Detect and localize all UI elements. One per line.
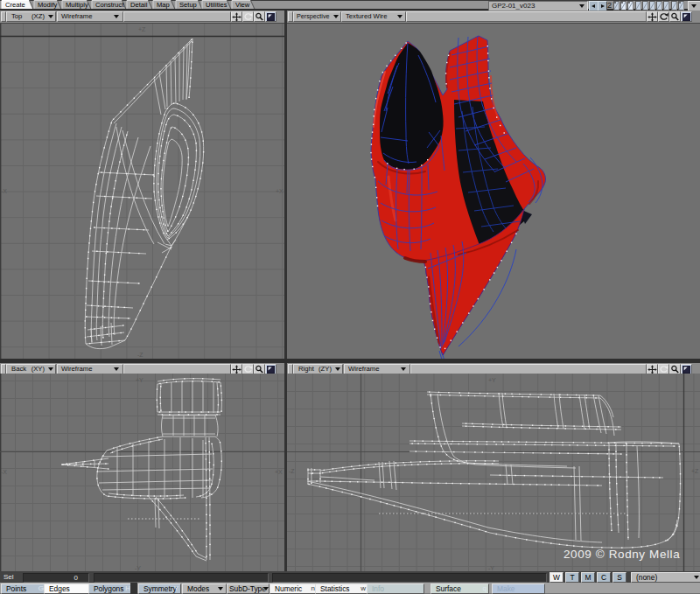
svg-text:Utilities: Utilities [206,1,228,9]
svg-text:Multiply: Multiply [66,1,88,9]
svg-text:+Y: +Y [136,377,144,383]
svg-text:Construct: Construct [95,1,124,9]
svg-text:Modify: Modify [38,1,58,9]
svg-text:+X: +X [275,469,283,475]
svg-text:-Y: -Y [488,565,494,571]
svg-text:-Z: -Z [137,352,144,358]
svg-text:Map: Map [157,1,170,9]
svg-text:-Y: -Y [135,565,141,571]
svg-text:-Z: -Z [289,468,295,474]
svg-text:2009 © Rodny Mella: 2009 © Rodny Mella [564,548,680,561]
svg-text:-X: -X [1,188,7,194]
svg-text:Create: Create [5,1,25,9]
svg-text:+Y: +Y [488,377,496,383]
svg-text:+Z: +Z [691,468,699,474]
svg-text:+X: +X [276,188,284,194]
svg-text:View: View [235,1,250,9]
svg-text:Setup: Setup [179,1,197,9]
svg-text:-X: -X [1,469,7,475]
svg-text:Detail: Detail [130,1,148,9]
svg-text:+Z: +Z [138,26,146,32]
